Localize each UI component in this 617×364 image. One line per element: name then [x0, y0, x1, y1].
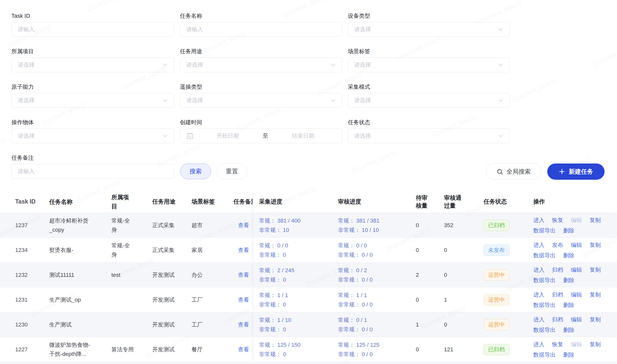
select-placeholder: 请选择 [186, 61, 330, 69]
action-link[interactable]: 删除 [563, 226, 574, 235]
select-placeholder: 请选择 [18, 97, 162, 104]
action-link[interactable]: 删除 [563, 301, 574, 310]
filter-text-input[interactable] [180, 22, 342, 37]
action-link[interactable]: 数据导出 [533, 226, 556, 235]
fixed-columns-panel: 采集进度 审核进度 待审核量 审核通过量 任务状态 操作 [253, 191, 617, 213]
filter-label: Task ID [11, 12, 174, 20]
action-link[interactable]: 复制 [590, 315, 601, 324]
status-badge: 已归档 [484, 220, 509, 231]
filter-select[interactable]: 请选择 [348, 93, 510, 108]
filter-text-input[interactable] [11, 22, 174, 37]
action-link[interactable]: 进入 [533, 241, 544, 249]
action-link[interactable]: 复制 [590, 216, 601, 225]
filter-label: 创建时间 [180, 119, 342, 126]
filter-select[interactable]: 请选择 [348, 58, 510, 72]
filter-text-input[interactable] [11, 164, 174, 179]
col-task-id: Task ID [0, 198, 49, 205]
view-remark-link[interactable]: 查看 [238, 247, 249, 253]
global-search-button[interactable]: 全局搜索 [486, 163, 541, 180]
filter-select[interactable]: 请选择 [11, 93, 174, 108]
start-date-placeholder[interactable]: 开始日期 [195, 132, 261, 140]
filter-select[interactable]: 请选择 [180, 93, 342, 108]
action-link[interactable]: 复制 [590, 290, 601, 299]
action-link[interactable]: 编辑 [571, 315, 582, 324]
action-link[interactable]: 编辑 [571, 241, 582, 249]
chevron-down-icon [498, 98, 503, 103]
view-remark-link[interactable]: 查看 [238, 272, 249, 278]
action-link[interactable]: 删除 [563, 251, 574, 260]
review-progress-cell: 常规：1 / 1 非常规：0 / 0 [338, 290, 416, 309]
action-link[interactable]: 删除 [563, 325, 574, 334]
action-link[interactable]: 进入 [533, 290, 544, 299]
search-button[interactable]: 搜索 [180, 163, 211, 179]
col-remark: 任务备注 [233, 198, 253, 206]
filter-field: 遥操类型 请选择 [180, 83, 342, 108]
filter-label: 任务状态 [348, 119, 510, 126]
status-badge: 运营中 [484, 294, 509, 305]
action-link[interactable]: 删除 [563, 350, 574, 359]
select-placeholder: 请选择 [354, 97, 498, 104]
remark-cell: 查看 [233, 222, 253, 229]
action-link[interactable]: 数据导出 [533, 325, 556, 334]
review-progress-cell: 常规：0 / 0 非常规：0 / 0 [338, 241, 416, 260]
action-link[interactable]: 发布 [552, 241, 563, 249]
chevron-down-icon [498, 62, 503, 68]
action-link[interactable]: 编辑 [571, 265, 582, 274]
action-link[interactable]: 数据导出 [533, 350, 556, 359]
table-row: 1230 生产测试 开发测试 工厂 查看 常规：1 / 10 非常规：0 常规：… [0, 312, 617, 337]
action-link[interactable]: 归档 [552, 315, 563, 324]
action-link[interactable]: 进入 [533, 216, 544, 225]
filter-select[interactable]: 请选择 [11, 58, 174, 72]
date-range-picker[interactable]: 开始日期 至 结束日期 [180, 129, 342, 143]
pending-count-cell: 2 [416, 272, 444, 278]
chevron-down-icon [162, 62, 168, 68]
action-link[interactable]: 归档 [552, 265, 563, 274]
filter-select[interactable]: 请选择 [348, 129, 510, 143]
action-link[interactable]: 复制 [590, 241, 601, 249]
pending-count-cell: 0 [416, 346, 444, 353]
end-date-placeholder[interactable]: 结束日期 [270, 132, 336, 140]
action-link[interactable]: 数据导出 [533, 251, 556, 260]
table-header-row: Task ID 任务名称 所属项目 任务用途 场景标签 任务备注 采集进度 审核… [0, 191, 617, 213]
purpose-cell: 开发测试 [152, 296, 192, 304]
reset-button[interactable]: 重置 [217, 163, 247, 179]
action-link[interactable]: 进入 [533, 340, 544, 349]
filter-select[interactable]: 请选择 [180, 58, 342, 72]
row-actions: 进入归档编辑复制数据导出删除 [533, 290, 609, 310]
action-link[interactable]: 进入 [533, 315, 544, 324]
watermark-text: ((current_time)) [511, 77, 573, 139]
action-link[interactable]: 数据导出 [533, 301, 556, 310]
filter-label: 任务用途 [180, 48, 342, 55]
action-link: 编辑 [571, 216, 582, 225]
view-remark-link[interactable]: 查看 [238, 346, 249, 353]
action-link[interactable]: 删除 [563, 276, 574, 285]
action-link[interactable]: 复制 [590, 265, 601, 274]
approved-count-cell: 0 [444, 247, 468, 253]
filter-select[interactable]: 请选择 [348, 22, 510, 37]
remark-cell: 查看 [233, 346, 253, 353]
view-remark-link[interactable]: 查看 [238, 321, 249, 328]
action-link[interactable]: 恢复 [552, 216, 563, 225]
chevron-down-icon [498, 27, 503, 32]
view-remark-link[interactable]: 查看 [238, 297, 249, 303]
filter-field: 所属项目 请选择 [11, 48, 174, 72]
approved-count-cell: 1 [444, 297, 468, 303]
action-link[interactable]: 归档 [552, 290, 563, 299]
project-cell: 常规-全身 [111, 241, 152, 259]
filter-field: 原子能力 请选择 [11, 83, 174, 108]
pending-count-cell: 0 [416, 297, 444, 303]
filter-select[interactable]: 请选择 [11, 129, 174, 143]
action-link[interactable]: 编辑 [571, 290, 582, 299]
action-link[interactable]: 进入 [533, 265, 544, 274]
create-task-button[interactable]: 新建任务 [547, 163, 605, 180]
action-link[interactable]: 复制 [590, 340, 601, 349]
filter-label: 任务名称 [180, 12, 342, 20]
action-link[interactable]: 恢复 [552, 340, 563, 349]
remark-cell: 查看 [233, 321, 253, 329]
action-link[interactable]: 数据导出 [533, 276, 556, 285]
task-id-cell: 1234 [0, 247, 49, 253]
view-remark-link[interactable]: 查看 [238, 222, 249, 228]
fixed-columns-panel: 常规：0 / 0 非常规：0 常规：0 / 0 非常规：0 / 0 0 0 未发… [253, 238, 617, 262]
remark-cell: 查看 [233, 246, 253, 254]
remark-cell: 查看 [233, 271, 253, 279]
